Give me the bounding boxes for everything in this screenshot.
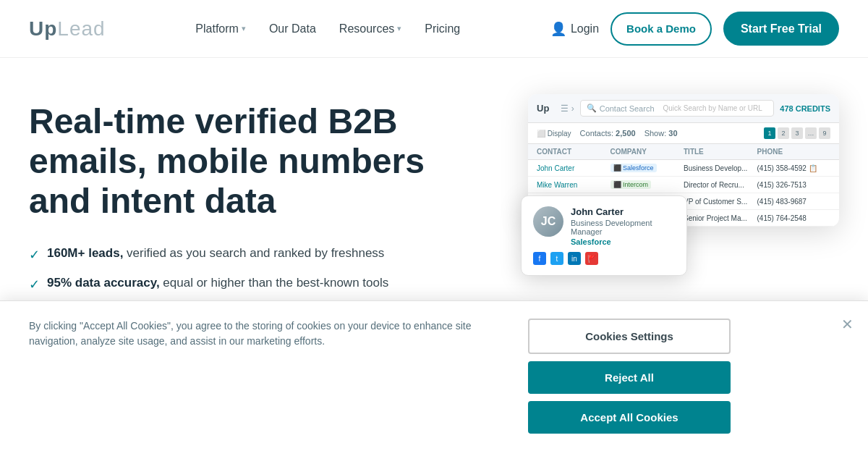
nav-pricing[interactable]: Pricing [425,22,460,35]
screenshot-subbar: ⬜ Display Contacts: 2,500 Show: 30 1 2 3… [528,123,839,144]
cookie-text: By clicking "Accept All Cookies", you ag… [29,319,499,349]
popup-name: John Carter [571,206,675,217]
col-contact: CONTACT [537,148,610,156]
row1-name: John Carter [537,164,610,172]
row2-company: ⬛ Intercom [610,180,684,189]
hero-screenshot: Up ☰ › 🔍 Contact Search Quick Search by … [528,94,839,227]
row3-title: VP of Customer S... [684,198,757,206]
avatar: JC [533,206,563,237]
hero-title: Real-time verified B2B emails, mobile nu… [29,101,448,222]
popup-social-icons: f t in 🚩 [533,252,675,265]
cookie-close-button[interactable]: ✕ [841,316,854,333]
platform-chevron-icon: ▾ [242,24,246,33]
bullet-2: ✓ 95% data accuracy, equal or higher tha… [29,274,448,294]
nav-our-data[interactable]: Our Data [269,22,316,35]
screenshot-search-label: Contact Search [600,104,655,113]
linkedin-icon: in [568,252,581,265]
page-2: 2 [778,127,789,139]
screenshot-credits: 478 CREDITS [780,104,830,113]
row2-title: Director of Recru... [684,181,757,189]
page-9: 9 [819,127,830,139]
bullet-2-rest: equal or higher than the best-known tool… [160,276,389,290]
reject-all-button[interactable]: Reject All [528,361,731,394]
bullet-1-rest: verified as you search and ranked by fre… [123,246,384,260]
row1-title: Business Develop... [684,164,757,172]
check-icon-1: ✓ [29,246,40,264]
cookies-settings-button[interactable]: Cookies Settings [528,319,731,354]
nav-platform[interactable]: Platform ▾ [195,22,246,35]
logo: UpLead [29,17,106,41]
bullet-2-bold: 95% data accuracy, [47,276,160,290]
popup-company: Salesforce [571,237,675,246]
flag-icon: 🚩 [585,252,598,265]
book-demo-button[interactable]: Book a Demo [610,12,712,46]
navbar: UpLead Platform ▾ Our Data Resources ▾ P… [0,0,868,58]
cookie-banner: By clicking "Accept All Cookies", you ag… [0,300,868,420]
popup-job-title: Business Development Manager [571,219,675,236]
screenshot-pagination: 1 2 3 … 9 [764,127,830,139]
table-row: John Carter ⬛ Salesforce Business Develo… [528,160,839,177]
page-3: 3 [791,127,803,139]
row4-phone: (415) 764-2548 [757,214,831,222]
show-label: Show: 30 [644,129,678,138]
popup-info: John Carter Business Development Manager… [571,206,675,246]
start-trial-button[interactable]: Start Free Trial [723,12,839,46]
user-icon: 👤 [550,21,566,37]
resources-chevron-icon: ▾ [397,24,401,33]
page-dots: … [805,127,817,139]
screenshot-nav-icon: ☰ › [561,104,574,114]
row4-title: Senior Project Ma... [684,214,757,222]
search-icon: 🔍 [587,104,597,113]
page-1: 1 [764,127,775,139]
col-phone: PHONE [757,148,831,156]
logo-part2: Lead [57,17,105,40]
cookie-buttons: Cookies Settings Reject All Accept All C… [528,319,731,420]
screenshot-table-header: CONTACT COMPANY TITLE PHONE [528,144,839,160]
nav-right: 👤 Login Book a Demo Start Free Trial [550,12,839,46]
col-company: COMPANY [610,148,684,156]
table-row: Mike Warren ⬛ Intercom Director of Recru… [528,177,839,193]
display-label: ⬜ Display [537,130,571,138]
screenshot-search-bar: 🔍 Contact Search Quick Search by Name or… [580,100,775,117]
accept-cookies-button[interactable]: Accept All Cookies [528,401,731,420]
contact-popup: JC John Carter Business Development Mana… [521,195,687,276]
screenshot-topbar: Up ☰ › 🔍 Contact Search Quick Search by … [528,94,839,123]
row1-phone: (415) 358-4592 📋 [757,164,831,172]
bullet-1: ✓ 160M+ leads, verified as you search an… [29,245,448,264]
logo-part1: Up [29,17,57,40]
row2-phone: (415) 326-7513 [757,181,831,189]
row3-phone: (415) 483-9687 [757,198,831,206]
row1-company: ⬛ Salesforce [610,164,684,172]
row2-name: Mike Warren [537,181,610,189]
twitter-icon: t [550,252,563,265]
popup-header: JC John Carter Business Development Mana… [533,206,675,246]
facebook-icon: f [533,252,546,265]
col-title: TITLE [684,148,757,156]
login-button[interactable]: 👤 Login [550,21,599,37]
nav-resources[interactable]: Resources ▾ [339,22,401,35]
screenshot-search-placeholder: Quick Search by Name or URL [663,104,762,112]
contacts-label: Contacts: 2,500 [580,129,636,138]
nav-links: Platform ▾ Our Data Resources ▾ Pricing [195,22,460,35]
hero-left: Real-time verified B2B emails, mobile nu… [29,101,448,324]
screenshot-logo: Up [537,103,549,114]
check-icon-2: ✓ [29,276,40,294]
bullet-1-bold: 160M+ leads, [47,246,123,260]
